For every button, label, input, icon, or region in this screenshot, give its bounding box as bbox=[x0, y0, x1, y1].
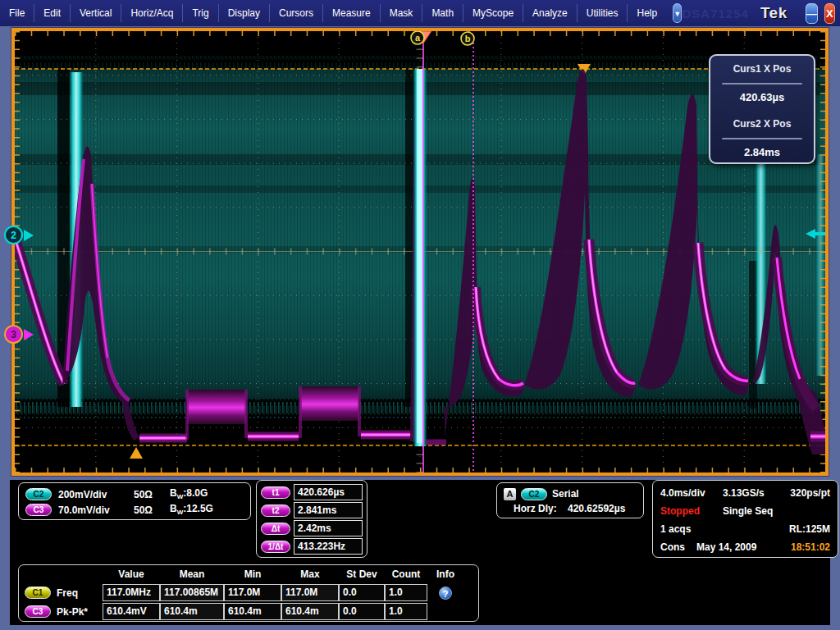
inverse-delta-t-value: 413.223Hz bbox=[294, 538, 363, 555]
curs1-label-cell[interactable]: Curs1 X Pos bbox=[710, 56, 814, 83]
trigger-a-badge: A bbox=[504, 488, 516, 500]
cursor-b-marker[interactable]: b bbox=[461, 32, 474, 45]
header-mean: Mean bbox=[160, 566, 224, 583]
cursor-a-marker[interactable]: a bbox=[411, 31, 424, 44]
channel2-scale: 200mV/div bbox=[58, 489, 134, 500]
close-button[interactable]: X bbox=[824, 3, 835, 24]
meas-count: 1.0 bbox=[385, 603, 427, 620]
menu-item-horiz-acq[interactable]: Horiz/Acq bbox=[121, 4, 183, 22]
trigger-readout: A C2 Serial Horz Dly: 420.62592µs bbox=[496, 482, 644, 518]
menu-item-vertical[interactable]: Vertical bbox=[71, 4, 121, 22]
curs1-label: Curs1 X Pos bbox=[710, 63, 814, 75]
menu-item-utilities[interactable]: Utilities bbox=[578, 4, 628, 22]
channel3-bandwidth: BW:12.5G bbox=[170, 503, 213, 516]
resolution: 320ps/pt bbox=[790, 487, 830, 499]
curs2-value: 2.84ms bbox=[710, 146, 814, 158]
svg-text:a: a bbox=[415, 33, 421, 43]
cursor-time-readout: t1 420.626µs t2 2.841ms Δt 2.42ms 1/Δt 4… bbox=[256, 480, 368, 558]
menu-item-mask[interactable]: Mask bbox=[381, 4, 423, 22]
cons-label: Cons bbox=[660, 541, 696, 553]
header-blank bbox=[22, 566, 103, 583]
measurement-row-label: C1 Freq bbox=[22, 583, 103, 602]
delta-t-value: 2.42ms bbox=[294, 520, 363, 536]
graticule-frame: a b Curs1 X Pos 420.63µs bbox=[11, 28, 829, 476]
cursor-position-readout: Curs1 X Pos 420.63µs Curs2 X Pos 2.84ms bbox=[709, 54, 815, 164]
t2-pill[interactable]: t2 bbox=[261, 504, 290, 517]
vertical-scale-readout: C2 200mV/div 50Ω BW:8.0G C3 70.0mV/div 5… bbox=[18, 482, 251, 520]
meas-value: 117.0MHz bbox=[103, 584, 160, 601]
meas-max: 610.4m bbox=[281, 603, 339, 620]
measurement-name: Freq bbox=[57, 587, 78, 599]
meas-info-cell: ? bbox=[427, 583, 463, 602]
channel3-position-marker[interactable]: 3 bbox=[4, 325, 34, 344]
minimize-button[interactable]: — bbox=[806, 3, 818, 24]
date: May 14, 2009 bbox=[696, 541, 791, 553]
curs2-label: Curs2 X Pos bbox=[710, 118, 814, 130]
meas-mean: 117.00865M bbox=[160, 584, 224, 601]
channel2-position-marker[interactable]: 2 bbox=[4, 226, 34, 244]
channel3-arrow-icon bbox=[24, 329, 34, 340]
header-info: Info bbox=[427, 566, 463, 583]
inverse-delta-t-pill[interactable]: 1/Δt bbox=[261, 541, 290, 553]
meas-min: 610.4m bbox=[224, 603, 281, 620]
channel1-pill[interactable]: C1 bbox=[25, 587, 51, 599]
channel3-impedance: 50Ω bbox=[134, 504, 170, 516]
header-stdev: St Dev bbox=[339, 566, 385, 583]
menu-item-myscope[interactable]: MyScope bbox=[463, 4, 523, 22]
horz-delay-label: Horz Dly: bbox=[514, 503, 557, 514]
acquisition-mode: Single Seq bbox=[723, 505, 830, 517]
channel2-badge[interactable]: 2 bbox=[4, 226, 23, 244]
record-length: RL:125M bbox=[789, 523, 830, 535]
header-value: Value bbox=[103, 566, 160, 583]
trigger-source-pill[interactable]: C2 bbox=[521, 488, 547, 500]
meas-stdev: 0.0 bbox=[339, 603, 385, 620]
tek-logo: Tek bbox=[760, 4, 788, 22]
model-number-text: DSA71254 bbox=[682, 7, 748, 21]
channel2-pill[interactable]: C2 bbox=[25, 488, 52, 500]
channel3-badge[interactable]: 3 bbox=[4, 325, 23, 344]
acquisition-count: 1 acqs bbox=[660, 523, 789, 535]
meas-min: 117.0M bbox=[224, 584, 281, 601]
menu-item-edit[interactable]: Edit bbox=[34, 4, 71, 22]
scope-region: a b Curs1 X Pos 420.63µs bbox=[0, 26, 840, 480]
info-icon[interactable]: ? bbox=[439, 587, 452, 600]
menu-item-analyze[interactable]: Analyze bbox=[523, 4, 578, 22]
curs2-value-cell: 2.84ms bbox=[710, 139, 814, 165]
menu-item-measure[interactable]: Measure bbox=[323, 4, 381, 22]
channel3-pill[interactable]: C3 bbox=[25, 605, 51, 618]
measurement-name: Pk-Pk* bbox=[57, 606, 88, 618]
menu-item-cursors[interactable]: Cursors bbox=[270, 4, 323, 22]
acquisition-readout: 4.0ms/div 3.13GS/s 320ps/pt Stopped Sing… bbox=[652, 480, 838, 558]
timebase: 4.0ms/div bbox=[660, 487, 723, 499]
delta-t-pill[interactable]: Δt bbox=[261, 523, 290, 535]
meas-info-cell-empty bbox=[427, 602, 463, 621]
menu-item-file[interactable]: File bbox=[0, 4, 34, 22]
meas-max: 117.0M bbox=[281, 584, 339, 601]
readout-panel: C2 200mV/div 50Ω BW:8.0G C3 70.0mV/div 5… bbox=[10, 480, 830, 625]
menu-item-math[interactable]: Math bbox=[422, 4, 463, 22]
sample-rate: 3.13GS/s bbox=[723, 487, 790, 499]
curs1-value-cell: 420.63µs bbox=[710, 84, 814, 112]
t1-pill[interactable]: t1 bbox=[261, 486, 290, 499]
meas-mean: 610.4m bbox=[160, 603, 224, 620]
menu-item-help[interactable]: Help bbox=[628, 4, 666, 22]
clock-time: 18:51:02 bbox=[791, 541, 830, 553]
curs2-label-cell[interactable]: Curs2 X Pos bbox=[710, 111, 814, 138]
header-count: Count bbox=[385, 566, 427, 583]
channel3-pill[interactable]: C3 bbox=[25, 504, 52, 516]
trigger-type: Serial bbox=[552, 488, 579, 500]
channel2-bandwidth: BW:8.0G bbox=[170, 487, 208, 500]
menu-bar: File Edit Vertical Horiz/Acq Trig Displa… bbox=[0, 0, 840, 26]
channel3-scale: 70.0mV/div bbox=[58, 504, 134, 516]
menu-dropdown-button[interactable]: ▼ bbox=[673, 3, 682, 23]
header-max: Max bbox=[281, 566, 339, 583]
menu-item-trig[interactable]: Trig bbox=[183, 4, 218, 22]
channel2-impedance: 50Ω bbox=[134, 489, 170, 500]
svg-text:b: b bbox=[465, 34, 471, 43]
header-min: Min bbox=[224, 566, 281, 583]
meas-value: 610.4mV bbox=[103, 603, 160, 620]
oscilloscope-screen: File Edit Vertical Horiz/Acq Trig Displa… bbox=[0, 0, 840, 630]
meas-count: 1.0 bbox=[385, 584, 427, 601]
menu-item-display[interactable]: Display bbox=[219, 4, 270, 22]
meas-stdev: 0.0 bbox=[339, 584, 385, 601]
